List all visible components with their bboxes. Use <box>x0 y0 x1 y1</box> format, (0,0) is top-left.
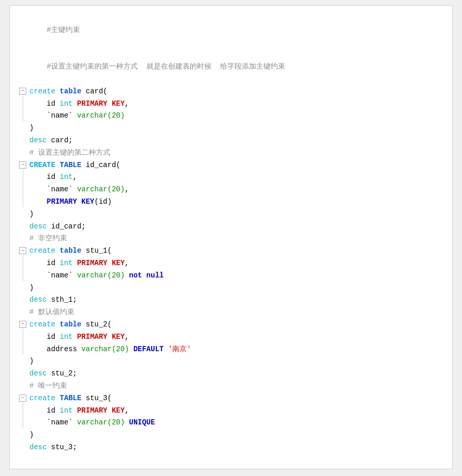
line-card-close: ) <box>18 122 444 135</box>
line-stu1-close: ) <box>18 282 444 294</box>
collapse-btn-4[interactable]: − <box>19 321 26 328</box>
line-create-card: create table card( <box>29 86 444 98</box>
vline-2 <box>23 170 23 207</box>
vline-1 <box>23 96 23 121</box>
comment-unique: # 唯一约束 <box>18 380 444 392</box>
line-idcard-pk: PRIMARY KEY(id) <box>29 196 444 208</box>
line-desc-stu1: desc sth_1; <box>18 294 444 306</box>
vline-5 <box>23 403 23 428</box>
line-stu2-address: address varchar(20) DEFAULT '南京' <box>29 343 444 356</box>
comment-default: # 默认值约束 <box>18 306 444 319</box>
gutter-1: − <box>18 86 27 122</box>
gutter-4: − <box>18 319 27 355</box>
gutter-5: − <box>18 392 27 429</box>
gutter-3: − <box>18 245 27 282</box>
line-card-id: id int PRIMARY KEY, <box>29 98 444 110</box>
block-stu2-content: create table stu_2( id int PRIMARY KEY, … <box>29 319 444 355</box>
collapse-btn-2[interactable]: − <box>19 161 26 169</box>
block-stu3: − create TABLE stu_3( id int PRIMARY KEY… <box>18 392 444 429</box>
line-stu3-id: id int PRIMARY KEY, <box>29 405 444 417</box>
line-stu3-close: ) <box>18 429 444 441</box>
line-idcard-close: ) <box>18 208 444 221</box>
vline-3 <box>23 255 23 281</box>
line-create-stu3: create TABLE stu_3( <box>29 392 444 405</box>
line-create-id-card: CREATE TABLE id_card( <box>29 159 444 172</box>
gutter-2: − <box>18 159 27 208</box>
line-desc-card: desc card; <box>18 135 444 147</box>
block-stu2: − create table stu_2( id int PRIMARY KEY… <box>18 319 444 355</box>
editor-container: #主键约束 #设置主键约束的第一种方式 就是在创建表的时候 给字段添加主键约束 … <box>9 5 453 469</box>
block-stu1: − create table stu_1( id int PRIMARY KEY… <box>18 245 444 282</box>
line-desc-stu3: desc stu_3; <box>18 441 444 454</box>
collapse-btn-3[interactable]: − <box>19 247 26 254</box>
comment-notnull: # 非空约束 <box>18 233 444 245</box>
line-stu2-id: id int PRIMARY KEY, <box>29 331 444 343</box>
line-desc-idcard: desc id_card; <box>18 221 444 233</box>
vline-4 <box>23 329 23 354</box>
block-id-card-content: CREATE TABLE id_card( id int, `name` var… <box>29 159 444 208</box>
line-stu1-name: `name` varchar(20) not null <box>29 270 444 282</box>
line-card-name: `name` varchar(20) <box>29 110 444 122</box>
line-idcard-name: `name` varchar(20), <box>29 184 444 196</box>
line-desc-stu2: desc stu_2; <box>18 368 444 380</box>
block-stu1-content: create table stu_1( id int PRIMARY KEY, … <box>29 245 444 282</box>
line-create-stu1: create table stu_1( <box>29 245 444 257</box>
line-idcard-id: id int, <box>29 171 444 184</box>
line-stu1-id: id int PRIMARY KEY, <box>29 257 444 270</box>
comment-pk2: # 设置主键的第二种方式 <box>18 147 444 159</box>
comment-line-2: #设置主键约束的第一种方式 就是在创建表的时候 给字段添加主键约束 <box>18 48 444 85</box>
line-stu2-close: ) <box>18 355 444 368</box>
collapse-btn-1[interactable]: − <box>19 88 26 95</box>
comment-line-1: #主键约束 <box>18 12 444 48</box>
collapse-btn-5[interactable]: − <box>19 395 26 402</box>
block-card-content: create table card( id int PRIMARY KEY, `… <box>29 86 444 122</box>
block-id-card: − CREATE TABLE id_card( id int, `name` v… <box>18 159 444 208</box>
line-create-stu2: create table stu_2( <box>29 319 444 331</box>
block-stu3-content: create TABLE stu_3( id int PRIMARY KEY, … <box>29 392 444 429</box>
block-card: − create table card( id int PRIMARY KEY,… <box>18 86 444 122</box>
line-stu3-name: `name` varchar(20) UNIQUE <box>29 417 444 429</box>
